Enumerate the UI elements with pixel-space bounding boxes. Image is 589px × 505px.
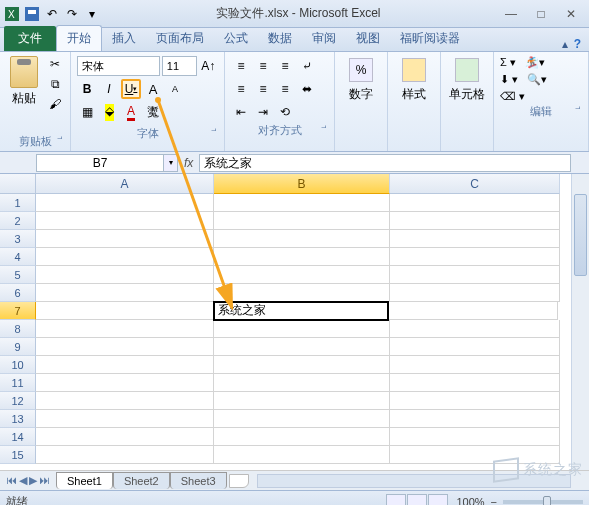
row-header[interactable]: 10 [0, 356, 36, 374]
cell[interactable] [214, 338, 390, 356]
tab-view[interactable]: 视图 [346, 26, 390, 51]
cell[interactable] [390, 392, 560, 410]
bold-button[interactable]: B [77, 79, 97, 99]
cell[interactable] [214, 446, 390, 464]
zoom-slider[interactable] [503, 500, 583, 504]
cell[interactable] [36, 194, 214, 212]
row-header[interactable]: 14 [0, 428, 36, 446]
cell[interactable] [36, 266, 214, 284]
row-header[interactable]: 5 [0, 266, 36, 284]
cell[interactable] [214, 194, 390, 212]
row-header[interactable]: 6 [0, 284, 36, 302]
cell[interactable] [214, 212, 390, 230]
fill-button[interactable]: ⬇ ▾ 🔍▾ [500, 73, 582, 86]
tab-home[interactable]: 开始 [56, 25, 102, 51]
orientation-button[interactable]: ⟲ [275, 102, 295, 122]
row-header[interactable]: 9 [0, 338, 36, 356]
cell[interactable] [36, 356, 214, 374]
cell[interactable] [214, 392, 390, 410]
fill-color-button[interactable]: ⬙ [99, 102, 119, 122]
view-normal-button[interactable] [386, 494, 406, 506]
cell[interactable] [390, 194, 560, 212]
copy-button[interactable]: ⧉ [46, 76, 64, 92]
formula-input[interactable]: 系统之家 [199, 154, 571, 172]
clear-button[interactable]: ⌫ ▾ [500, 90, 582, 103]
increase-indent-button[interactable]: ⇥ [253, 102, 273, 122]
cells-button[interactable]: 单元格 [447, 56, 487, 105]
cell[interactable] [214, 356, 390, 374]
tab-foxit[interactable]: 福昕阅读器 [390, 26, 470, 51]
cell[interactable] [36, 284, 214, 302]
tab-insert[interactable]: 插入 [102, 26, 146, 51]
cell[interactable] [214, 284, 390, 302]
align-middle-button[interactable]: ≡ [253, 56, 273, 76]
column-header[interactable]: C [390, 174, 560, 194]
tab-data[interactable]: 数据 [258, 26, 302, 51]
save-icon[interactable] [24, 6, 40, 22]
select-all-corner[interactable] [0, 174, 36, 194]
maximize-button[interactable]: □ [533, 6, 549, 22]
cell[interactable] [214, 410, 390, 428]
number-format-button[interactable]: % 数字 [341, 56, 381, 105]
cell[interactable] [36, 338, 214, 356]
increase-font-button[interactable]: A↑ [199, 56, 218, 76]
autosum-button[interactable]: Σ ▾ 🏂▾ [500, 56, 582, 69]
cell[interactable] [36, 392, 214, 410]
align-right-button[interactable]: ≡ [275, 79, 295, 99]
cell[interactable] [214, 374, 390, 392]
align-top-button[interactable]: ≡ [231, 56, 251, 76]
row-header[interactable]: 7 [0, 302, 36, 320]
cell[interactable] [36, 248, 214, 266]
cell[interactable] [214, 248, 390, 266]
cell[interactable] [390, 320, 560, 338]
wrap-text-button[interactable]: ⤶ [297, 56, 317, 76]
font-size-combo[interactable]: 11 [162, 56, 197, 76]
sheet-tab-2[interactable]: Sheet2 [113, 472, 170, 489]
font-name-combo[interactable]: 宋体 [77, 56, 160, 76]
border-button[interactable]: ▦ [77, 102, 97, 122]
cell[interactable] [390, 212, 560, 230]
cell[interactable] [390, 338, 560, 356]
cell[interactable] [390, 284, 560, 302]
tab-layout[interactable]: 页面布局 [146, 26, 214, 51]
cell[interactable]: 系统之家 [213, 301, 389, 321]
cell[interactable] [36, 428, 214, 446]
cells-area[interactable]: 系统之家 [36, 194, 571, 470]
increase-font-icon[interactable]: A [143, 79, 163, 99]
align-center-button[interactable]: ≡ [253, 79, 273, 99]
phonetic-button[interactable]: 魙 [143, 102, 163, 122]
row-header[interactable]: 12 [0, 392, 36, 410]
qat-dropdown-icon[interactable]: ▾ [84, 6, 100, 22]
cell[interactable] [36, 410, 214, 428]
help-icon[interactable]: ? [574, 37, 581, 51]
sheet-nav-first[interactable]: ⏮ [6, 474, 17, 487]
sheet-tab-3[interactable]: Sheet3 [170, 472, 227, 489]
tab-review[interactable]: 审阅 [302, 26, 346, 51]
merge-button[interactable]: ⬌ [297, 79, 317, 99]
sheet-nav-last[interactable]: ⏭ [39, 474, 50, 487]
italic-button[interactable]: I [99, 79, 119, 99]
row-header[interactable]: 13 [0, 410, 36, 428]
cell[interactable] [388, 302, 558, 320]
fx-icon[interactable]: fx [184, 156, 193, 170]
vertical-scrollbar[interactable] [571, 174, 589, 470]
zoom-control[interactable]: 100% − [456, 496, 583, 506]
cell[interactable] [36, 446, 214, 464]
cell[interactable] [36, 302, 214, 320]
cell[interactable] [390, 266, 560, 284]
cell[interactable] [390, 356, 560, 374]
name-box-dropdown[interactable]: ▾ [164, 154, 178, 172]
styles-button[interactable]: 样式 [394, 56, 434, 105]
cell[interactable] [390, 428, 560, 446]
cell[interactable] [36, 212, 214, 230]
underline-button[interactable]: U▾ [121, 79, 141, 99]
cell[interactable] [390, 248, 560, 266]
sheet-tab-1[interactable]: Sheet1 [56, 472, 113, 489]
row-header[interactable]: 4 [0, 248, 36, 266]
sheet-nav-prev[interactable]: ◀ [19, 474, 27, 487]
tab-file[interactable]: 文件 [4, 26, 56, 51]
row-header[interactable]: 15 [0, 446, 36, 464]
align-bottom-button[interactable]: ≡ [275, 56, 295, 76]
close-button[interactable]: ✕ [563, 6, 579, 22]
row-header[interactable]: 8 [0, 320, 36, 338]
